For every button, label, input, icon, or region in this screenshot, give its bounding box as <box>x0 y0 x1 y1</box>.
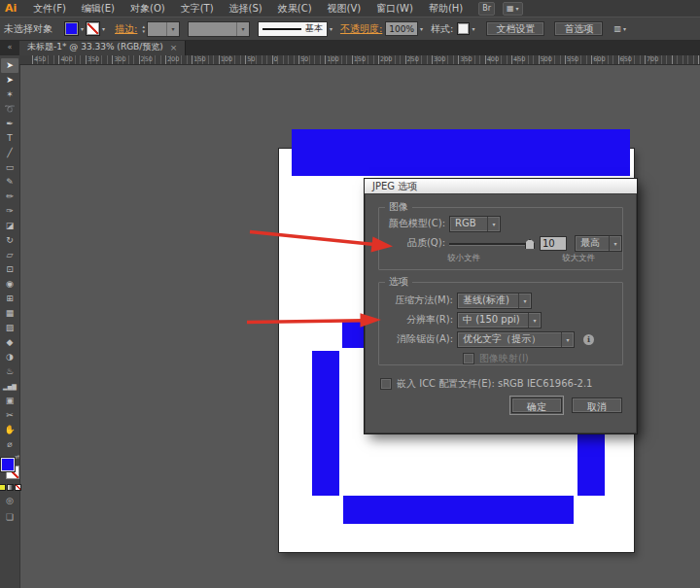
gradient-tool[interactable]: ▨ <box>1 321 18 335</box>
fill-color-swatch[interactable] <box>64 21 79 36</box>
chevron-down-icon[interactable]: ▾ <box>609 236 621 251</box>
slider-track[interactable] <box>449 243 533 246</box>
icc-checkbox[interactable] <box>380 378 392 390</box>
bridge-icon[interactable]: Br <box>478 2 495 16</box>
stepper-down-icon[interactable]: ▾ <box>142 29 145 34</box>
line-segment-tool[interactable]: ╱ <box>1 146 18 160</box>
eraser-tool[interactable]: ◪ <box>1 219 18 233</box>
menu-file[interactable]: 文件(F) <box>25 2 74 16</box>
resolution-dropdown[interactable]: 中 (150 ppi) ▾ <box>457 312 542 329</box>
imagemap-checkbox[interactable] <box>463 353 474 364</box>
workspace-switcher-icon[interactable]: ▦▾ <box>503 2 523 16</box>
close-icon[interactable]: × <box>170 43 178 52</box>
hand-tool[interactable]: ✋ <box>1 423 18 437</box>
fill-swatch-blue[interactable] <box>1 458 15 471</box>
menu-window[interactable]: 窗口(W) <box>368 2 421 16</box>
opacity-label[interactable]: 不透明度: <box>340 22 382 36</box>
document-setup-button[interactable]: 文档设置 <box>486 21 544 36</box>
type-tool[interactable]: T <box>1 131 18 146</box>
document-tab[interactable]: 未标题-1* @ 33.33% (RGB/预览) × <box>19 39 186 55</box>
stroke-color-swatch[interactable] <box>86 21 100 36</box>
menu-object[interactable]: 对象(O) <box>122 2 173 16</box>
chevron-down-icon[interactable]: ▾ <box>418 25 425 32</box>
menu-type[interactable]: 文字(T) <box>173 2 222 16</box>
slider-thumb[interactable] <box>525 239 535 250</box>
chevron-down-icon[interactable]: ▾ <box>328 25 334 32</box>
chevron-down-icon[interactable]: ▾ <box>236 22 249 36</box>
blob-brush-tool[interactable]: ✑ <box>1 204 18 219</box>
ruler-label: 450 <box>32 55 58 63</box>
paintbrush-tool[interactable]: ✎ <box>1 175 18 190</box>
direct-selection-tool[interactable]: ➤ <box>1 73 18 87</box>
chevron-down-icon[interactable]: ▾ <box>561 332 574 347</box>
perspective-grid-tool[interactable]: ⊞ <box>1 292 18 306</box>
color-model-dropdown[interactable]: RGB ▾ <box>449 216 501 232</box>
zoom-tool[interactable]: ⌀ <box>1 437 18 452</box>
menu-help[interactable]: 帮助(H) <box>421 2 471 16</box>
chevron-down-icon[interactable]: ▾ <box>470 25 476 32</box>
brush-definition-preview[interactable]: 基本 <box>258 21 328 37</box>
slice-tool[interactable]: ✂ <box>1 408 18 423</box>
cancel-button[interactable]: 取消 <box>572 398 622 413</box>
chevron-down-icon[interactable]: ▾ <box>528 313 541 328</box>
pencil-tool[interactable]: ✏ <box>1 190 18 204</box>
stroke-weight-label[interactable]: 描边: <box>115 22 137 36</box>
free-transform-tool[interactable]: ⊡ <box>1 262 18 277</box>
info-icon[interactable]: i <box>583 334 594 345</box>
menu-effect[interactable]: 效果(C) <box>270 2 320 16</box>
quality-level-dropdown[interactable]: 最高 ▾ <box>575 235 622 252</box>
color-button[interactable] <box>0 484 6 491</box>
artwork-rect-top[interactable] <box>292 129 630 176</box>
column-graph-tool[interactable]: ▂▅▇ <box>1 379 18 394</box>
menu-view[interactable]: 视图(V) <box>320 2 369 16</box>
icc-label: 嵌入 ICC 配置文件(E): sRGB IEC61966-2.1 <box>397 377 592 391</box>
variable-width-combo[interactable]: ▾ <box>188 21 250 37</box>
opacity-value[interactable]: 100% <box>385 21 418 36</box>
stroke-weight-stepper[interactable]: ▴▾ <box>142 24 145 34</box>
rectangle-tool[interactable]: ▭ <box>1 160 18 175</box>
screen-mode-icon[interactable]: ❏ <box>1 510 18 524</box>
artwork-rect-bottom[interactable] <box>343 496 574 524</box>
gradient-button[interactable] <box>7 484 14 491</box>
brush-definition-value: 基本 <box>305 22 323 35</box>
ok-button[interactable]: 确定 <box>511 398 562 413</box>
quality-label: 品质(Q): <box>383 236 445 250</box>
chevron-down-icon[interactable]: ▾ <box>518 294 531 308</box>
swap-fill-stroke-icon[interactable]: ⇄ <box>15 453 19 460</box>
eyedropper-tool[interactable]: ◆ <box>1 335 18 350</box>
symbol-sprayer-tool[interactable]: ♨ <box>1 364 18 379</box>
compression-dropdown[interactable]: 基线(标准) ▾ <box>457 293 532 309</box>
rotate-tool[interactable]: ↻ <box>1 233 18 248</box>
preferences-button[interactable]: 首选项 <box>554 21 603 36</box>
menu-select[interactable]: 选择(S) <box>222 2 270 16</box>
artwork-rect-left[interactable] <box>312 351 339 496</box>
panel-collapse-icon[interactable]: « <box>0 39 19 55</box>
artwork-rect-right[interactable] <box>578 433 605 496</box>
graphic-style-swatch[interactable] <box>457 22 470 35</box>
ruler-label: 350 <box>86 55 112 63</box>
antialias-dropdown[interactable]: 优化文字（提示） ▾ <box>457 331 575 348</box>
quality-value-input[interactable] <box>540 236 567 251</box>
chevron-down-icon[interactable]: ▾ <box>487 217 500 231</box>
shape-builder-tool[interactable]: ◉ <box>1 277 18 292</box>
magic-wand-tool[interactable]: ✶ <box>1 87 18 102</box>
chevron-down-icon[interactable]: ▾ <box>79 25 86 32</box>
panel-options-icon[interactable]: ▥▾ <box>611 23 629 35</box>
drawing-mode-icon[interactable]: ◎ <box>1 494 18 507</box>
none-button[interactable] <box>15 484 21 491</box>
pen-tool[interactable]: ✒ <box>1 117 18 131</box>
mesh-tool[interactable]: ▦ <box>1 306 18 321</box>
larger-file-label: 较大文件 <box>562 253 595 264</box>
scale-tool[interactable]: ▱ <box>1 248 18 262</box>
chevron-down-icon[interactable]: ▾ <box>100 25 107 32</box>
blend-tool[interactable]: ◑ <box>1 350 18 364</box>
lasso-tool[interactable]: ➰ <box>1 102 18 117</box>
artboard-tool[interactable]: ▣ <box>1 394 18 408</box>
chevron-down-icon[interactable]: ▾ <box>166 22 179 36</box>
quality-slider-labels: 较小文件 较大文件 <box>447 253 595 264</box>
menu-edit[interactable]: 编辑(E) <box>74 2 122 16</box>
stroke-weight-combo[interactable]: ▾ <box>147 21 180 37</box>
quality-slider[interactable] <box>449 236 535 251</box>
chevron-down-icon: ▾ <box>623 25 626 32</box>
selection-tool[interactable]: ➤ <box>1 58 18 73</box>
